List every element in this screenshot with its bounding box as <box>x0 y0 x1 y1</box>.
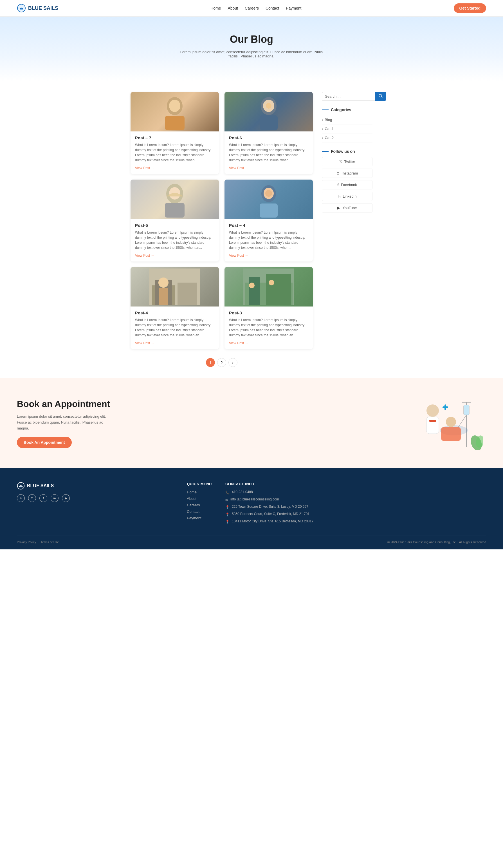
privacy-policy-link[interactable]: Privacy Policy <box>17 540 36 544</box>
footer-top: BLUE SAILS 𝕏 ⊙ f in ▶ QUICK MENU Home Ab… <box>17 482 486 527</box>
blog-card4a-title: Post – 4 <box>229 223 308 228</box>
svg-rect-3 <box>165 116 185 130</box>
blog-card3-body: Post-3 What is Lorem Ipsum? Lorem Ipsum … <box>224 307 313 349</box>
main-content: Post – 7 What is Lorem Ipsum? Lorem Ipsu… <box>125 92 378 367</box>
search-button[interactable] <box>375 92 386 101</box>
email-icon: ✉ <box>226 498 228 502</box>
blog-card-post3: Post-3 What is Lorem Ipsum? Lorem Ipsum … <box>224 267 313 349</box>
linkedin-icon: in <box>338 195 341 198</box>
search-input[interactable] <box>322 92 375 101</box>
svg-line-28 <box>381 97 382 98</box>
search-box <box>322 92 373 101</box>
linkedin-social-button[interactable]: in LinkedIn <box>322 192 373 201</box>
category-cat1[interactable]: Cat-1 <box>322 124 373 133</box>
appointment-section: Book an Appointment Lorem ipsum dolor si… <box>0 378 503 468</box>
svg-rect-36 <box>464 405 469 415</box>
blog-post7-image <box>130 92 219 132</box>
footer-youtube-icon[interactable]: ▶ <box>62 494 70 502</box>
blog-card3-view-post[interactable]: View Post <box>229 341 248 345</box>
svg-point-39 <box>446 417 456 427</box>
blog-post3-image <box>224 267 313 307</box>
appointment-illustration <box>407 395 486 452</box>
hero-subtitle: Lorem ipsum dolor sit amet, consectetur … <box>178 50 325 58</box>
contact-email: ✉ info [at] bluesailscounseling.com <box>226 497 486 502</box>
blog-card4a-excerpt: What is Lorem Ipsum? Lorem Ipsum is simp… <box>229 230 308 250</box>
svg-point-14 <box>265 190 272 197</box>
footer-contact-title: CONTACT INFO <box>226 482 486 486</box>
page-btn-2[interactable]: 2 <box>217 358 226 367</box>
footer-twitter-icon[interactable]: 𝕏 <box>17 494 25 502</box>
youtube-social-button[interactable]: ▶ YouTube <box>322 203 373 213</box>
svg-point-29 <box>427 404 439 417</box>
book-appointment-button[interactable]: Book An Appointment <box>17 437 72 448</box>
footer-menu-payment[interactable]: Payment <box>187 516 212 520</box>
blog-card3-excerpt: What is Lorem Ipsum? Lorem Ipsum is simp… <box>229 318 308 338</box>
nav-contact[interactable]: Contact <box>265 6 279 10</box>
footer-menu-about[interactable]: About <box>187 496 212 501</box>
footer-menu-careers[interactable]: Careers <box>187 503 212 507</box>
nav-payment[interactable]: Payment <box>286 6 301 10</box>
logo: BLUE SAILS <box>17 4 58 13</box>
category-cat2[interactable]: Cat-2 <box>322 133 373 142</box>
footer-facebook-icon[interactable]: f <box>39 494 47 502</box>
footer-menu-home[interactable]: Home <box>187 490 212 494</box>
blog-card7-body: Post – 7 What is Lorem Ipsum? Lorem Ipsu… <box>130 132 219 174</box>
blog-card-post7: Post – 7 What is Lorem Ipsum? Lorem Ipsu… <box>130 92 219 174</box>
footer: BLUE SAILS 𝕏 ⊙ f in ▶ QUICK MENU Home Ab… <box>0 468 503 549</box>
footer-quick-menu: QUICK MENU Home About Careers Contact Pa… <box>187 482 212 527</box>
footer-bottom: Privacy Policy Terms of Use © 2024 Blue … <box>17 536 486 544</box>
footer-quick-menu-title: QUICK MENU <box>187 482 212 486</box>
blog-card7-excerpt: What is Lorem Ipsum? Lorem Ipsum is simp… <box>135 142 214 163</box>
blog-card5-view-post[interactable]: View Post <box>135 254 154 258</box>
svg-point-27 <box>379 94 382 97</box>
svg-rect-20 <box>159 288 168 305</box>
footer-instagram-icon[interactable]: ⊙ <box>28 494 36 502</box>
blog-card6-excerpt: What is Lorem Ipsum? Lorem Ipsum is simp… <box>229 142 308 163</box>
blog-card-post4a: Post – 4 What is Lorem Ipsum? Lorem Ipsu… <box>224 179 313 261</box>
blog-card7-view-post[interactable]: View Post <box>135 166 154 170</box>
terms-of-use-link[interactable]: Terms of Use <box>41 540 59 544</box>
instagram-social-button[interactable]: ⊙ Instagram <box>322 168 373 178</box>
blog-card7-title: Post – 7 <box>135 135 214 140</box>
hero-banner: Our Blog Lorem ipsum dolor sit amet, con… <box>0 17 503 81</box>
nav-about[interactable]: About <box>228 6 238 10</box>
footer-menu-contact[interactable]: Contact <box>187 509 212 514</box>
location-icon-2: 📍 <box>226 513 230 516</box>
page-title: Our Blog <box>6 33 497 45</box>
appointment-description: Lorem ipsum dolor sit amet, consectetur … <box>17 414 113 431</box>
location-icon-1: 📍 <box>226 505 230 509</box>
svg-rect-18 <box>178 282 197 305</box>
footer-contact-col: CONTACT INFO 📞 410-231-0488 ✉ info [at] … <box>226 482 486 527</box>
blog-post4a-image <box>224 179 313 219</box>
twitter-social-button[interactable]: 𝕏 Twitter <box>322 157 373 166</box>
facebook-social-button[interactable]: f Facebook <box>322 180 373 189</box>
blog-card5-title: Post-5 <box>135 223 214 228</box>
blog-card6-title: Post-6 <box>229 135 308 140</box>
svg-rect-23 <box>249 277 260 305</box>
appointment-title: Book an Appointment <box>17 399 113 409</box>
twitter-icon: 𝕏 <box>339 159 342 164</box>
page-btn-next[interactable]: › <box>228 358 238 367</box>
contact-address-3: 📍 10411 Motor City Drive, Ste. 615 Bethe… <box>226 519 486 524</box>
footer-logo: BLUE SAILS <box>17 482 173 490</box>
category-blog[interactable]: Blog <box>322 115 373 124</box>
blog-grid: Post – 7 What is Lorem Ipsum? Lorem Ipsu… <box>130 92 313 349</box>
blog-card4b-view-post[interactable]: View Post <box>135 341 154 345</box>
svg-point-2 <box>169 100 180 112</box>
page-btn-1[interactable]: 1 <box>206 358 215 367</box>
blog-post4b-image <box>130 267 219 307</box>
copyright-text: © 2024 Blue Sails Counseling and Consult… <box>387 540 486 544</box>
svg-point-7 <box>266 103 272 108</box>
blog-card6-view-post[interactable]: View Post <box>229 166 248 170</box>
appointment-svg <box>410 396 483 450</box>
blog-card4a-view-post[interactable]: View Post <box>229 254 248 258</box>
blog-card3-title: Post-3 <box>229 310 308 315</box>
blog-card-post6: Post-6 What is Lorem Ipsum? Lorem Ipsum … <box>224 92 313 174</box>
youtube-icon: ▶ <box>337 206 340 210</box>
get-started-button[interactable]: Get Started <box>454 3 486 13</box>
nav-home[interactable]: Home <box>210 6 221 10</box>
footer-linkedin-icon[interactable]: in <box>51 494 59 502</box>
facebook-icon: f <box>337 183 338 187</box>
instagram-icon: ⊙ <box>336 171 339 175</box>
nav-careers[interactable]: Careers <box>245 6 259 10</box>
